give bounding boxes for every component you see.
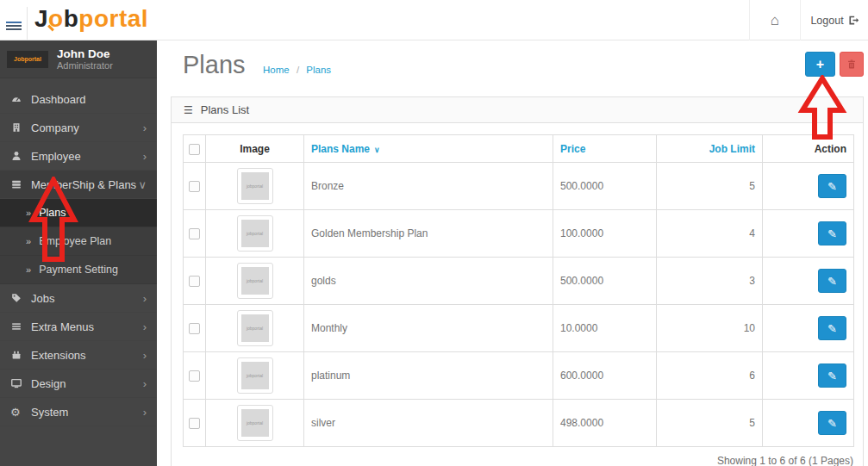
breadcrumb: Home / Plans	[263, 65, 331, 75]
edit-plan-button[interactable]: ✎	[818, 316, 846, 340]
row-checkbox[interactable]	[189, 418, 200, 429]
cell-plan-name: Monthly	[304, 305, 553, 352]
pencil-icon: ✎	[827, 180, 837, 193]
double-arrow-icon: »	[26, 236, 31, 246]
delete-plan-button[interactable]	[840, 52, 864, 77]
cell-job-limit: 10	[657, 305, 763, 352]
cell-price: 500.0000	[553, 163, 657, 210]
gear-icon: ⚙	[10, 406, 31, 419]
chevron-right-icon: ›	[143, 150, 147, 163]
table-row: jobportal platinum 600.0000 6 ✎	[184, 352, 854, 400]
logo-magnifier-o: o	[48, 5, 64, 32]
sidebar-item-company[interactable]: Company ›	[0, 114, 157, 142]
menu-toggle-icon[interactable]	[6, 22, 22, 34]
sidebar-subitem-payment-setting[interactable]: » Payment Setting	[0, 256, 157, 284]
cell-plan-name: Bronze	[304, 163, 553, 210]
edit-plan-button[interactable]: ✎	[818, 269, 846, 293]
chevron-right-icon: ›	[143, 320, 147, 333]
sidebar-subitem-employee-plan[interactable]: » Employee Plan	[0, 227, 157, 256]
cell-job-limit: 5	[657, 163, 763, 210]
trash-icon	[846, 59, 857, 70]
building-icon	[10, 121, 31, 134]
plans-table: Image Plans Name∨ Price Job Limit Action…	[183, 134, 854, 447]
topbar-right: ⌂ Logout	[749, 0, 868, 40]
row-checkbox[interactable]	[189, 323, 200, 334]
pencil-icon: ✎	[827, 322, 837, 335]
row-checkbox[interactable]	[189, 228, 200, 239]
pencil-icon: ✎	[827, 417, 837, 430]
column-header-price[interactable]: Price	[553, 135, 657, 163]
chevron-right-icon: ›	[143, 121, 147, 134]
edit-plan-button[interactable]: ✎	[818, 411, 846, 435]
table-row: jobportal silver 498.0000 5 ✎	[184, 400, 854, 447]
monitor-icon	[10, 377, 31, 389]
header-actions: +	[805, 52, 864, 77]
chevron-right-icon: ›	[143, 292, 147, 305]
table-row: jobportal Bronze 500.0000 5 ✎	[184, 163, 854, 210]
stacked-bars-icon	[10, 178, 31, 190]
sidebar-item-extra-menus[interactable]: Extra Menus ›	[0, 313, 157, 341]
column-header-job-limit[interactable]: Job Limit	[657, 135, 763, 163]
logout-button[interactable]: Logout	[801, 15, 868, 27]
edit-plan-button[interactable]: ✎	[818, 221, 846, 245]
panel-heading: ☰ Plans List	[172, 97, 863, 123]
sidebar-item-extensions[interactable]: Extensions ›	[0, 341, 157, 370]
column-header-image: Image	[206, 135, 304, 163]
add-plan-button[interactable]: +	[805, 52, 835, 77]
app-logo[interactable]: Jobportal	[34, 5, 148, 33]
table-row: jobportal golds 500.0000 3 ✎	[184, 258, 854, 305]
home-icon[interactable]: ⌂	[750, 12, 800, 29]
cell-plan-name: Golden Membership Plan	[304, 210, 553, 258]
breadcrumb-current-link[interactable]: Plans	[306, 65, 331, 75]
plug-icon	[10, 349, 31, 361]
user-name: John Doe	[57, 47, 113, 60]
row-checkbox[interactable]	[189, 276, 200, 287]
pencil-icon: ✎	[827, 275, 837, 288]
plans-list-panel: ☰ Plans List Image Plans Name∨ Price Job…	[171, 96, 864, 466]
cell-job-limit: 3	[657, 258, 763, 305]
sidebar-item-design[interactable]: Design ›	[0, 370, 157, 398]
cell-price: 100.0000	[553, 210, 657, 258]
breadcrumb-home-link[interactable]: Home	[263, 65, 290, 75]
row-checkbox[interactable]	[189, 181, 200, 192]
sign-out-icon	[847, 15, 859, 26]
pagination-status: Showing 1 to 6 of 6 (1 Pages)	[183, 455, 853, 466]
cell-plan-name: golds	[304, 258, 553, 305]
edit-plan-button[interactable]: ✎	[818, 174, 846, 198]
select-all-checkbox[interactable]	[189, 144, 200, 155]
cell-price: 600.0000	[553, 352, 657, 400]
plan-image-thumbnail: jobportal	[237, 215, 273, 252]
cell-price: 498.0000	[553, 400, 657, 447]
logout-label: Logout	[810, 15, 843, 27]
chevron-down-icon: ∨	[138, 178, 147, 191]
list-icon: ☰	[184, 104, 193, 116]
sidebar-item-system[interactable]: ⚙ System ›	[0, 398, 157, 426]
sidebar-item-employee[interactable]: Employee ›	[0, 142, 157, 171]
plan-image-thumbnail: jobportal	[237, 263, 273, 299]
edit-plan-button[interactable]: ✎	[818, 363, 846, 388]
cell-plan-name: platinum	[304, 352, 553, 400]
panel-title: Plans List	[201, 103, 249, 116]
row-checkbox[interactable]	[189, 370, 200, 382]
page-title: Plans	[183, 51, 246, 79]
table-header-row: Image Plans Name∨ Price Job Limit Action	[184, 135, 854, 163]
plan-image-thumbnail: jobportal	[237, 310, 273, 346]
table-row: jobportal Golden Membership Plan 100.000…	[184, 210, 854, 258]
sidebar-item-jobs[interactable]: Jobs ›	[0, 284, 157, 313]
column-header-plans-name[interactable]: Plans Name∨	[304, 135, 553, 163]
sidebar-mini-logo: Jobportal	[7, 51, 48, 68]
main-content: Plans Home / Plans + ☰ Plans List	[157, 40, 868, 466]
chevron-right-icon: ›	[143, 349, 147, 362]
logo-text: J	[34, 5, 48, 32]
user-role: Administrator	[57, 60, 113, 71]
topbar-divider	[27, 7, 28, 40]
job-portal-admin-screen: Jobportal ⌂ Logout Jobportal John Doe Ad…	[0, 0, 868, 466]
page-header: Plans Home / Plans +	[157, 40, 868, 92]
sidebar-item-membership-plans[interactable]: MemberShip & Plans ∨	[0, 171, 157, 199]
topbar: Jobportal ⌂ Logout	[0, 0, 868, 40]
plan-image-thumbnail: jobportal	[237, 168, 273, 204]
person-icon	[10, 150, 31, 162]
chevron-right-icon: ›	[143, 406, 147, 419]
sidebar-subitem-plans[interactable]: » Plans	[0, 199, 157, 227]
sidebar-item-dashboard[interactable]: Dashboard	[0, 85, 157, 114]
